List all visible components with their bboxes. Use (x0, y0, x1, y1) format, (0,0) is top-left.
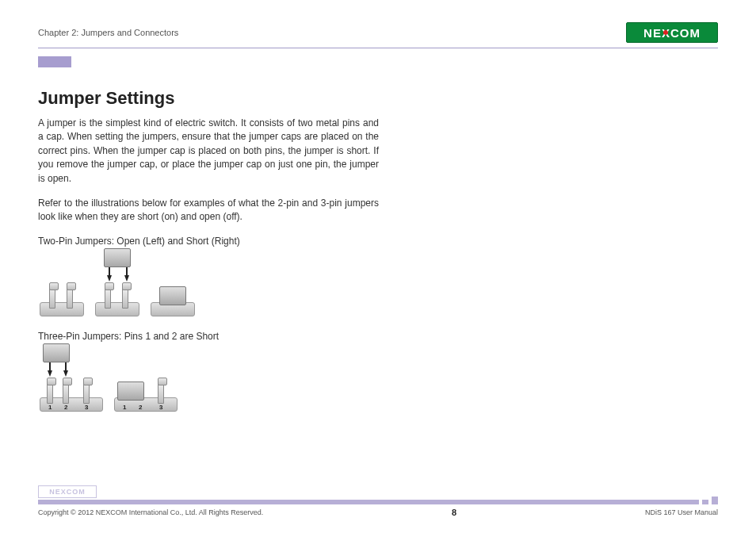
page-number: 8 (452, 508, 456, 517)
brand-logo: NEXCOM (626, 22, 718, 43)
two-pin-caption: Two-Pin Jumpers: Open (Left) and Short (… (38, 236, 379, 247)
header-divider (38, 48, 718, 48)
pin-3-label: 3 (85, 404, 88, 411)
pin-1-label: 1 (48, 404, 52, 411)
two-pin-cap-place (95, 253, 139, 316)
pin-2-label: 2 (64, 404, 67, 411)
two-pin-short (151, 253, 195, 316)
three-pin-short-12: 1 2 3 (114, 348, 178, 412)
pin-1-label: 1 (123, 404, 126, 411)
brand-text: NEXCOM (643, 26, 701, 40)
intro-paragraph-2: Refer to the illustrations below for exa… (38, 197, 379, 224)
two-pin-open (40, 253, 84, 316)
chapter-label: Chapter 2: Jumpers and Connectors (38, 28, 178, 37)
section-tab (38, 56, 71, 67)
doc-reference: NDiS 167 User Manual (645, 508, 718, 516)
intro-paragraph-1: A jumper is the simplest kind of electri… (38, 117, 379, 186)
footer-brand-logo: NEXCOM (38, 485, 97, 498)
footer-divider (38, 500, 718, 504)
page-title: Jumper Settings (38, 88, 379, 109)
two-pin-illustration (40, 253, 379, 316)
copyright-text: Copyright © 2012 NEXCOM International Co… (38, 508, 263, 516)
pin-3-label: 3 (159, 404, 162, 411)
three-pin-illustration: 1 2 3 1 2 3 (40, 348, 379, 412)
three-pin-cap-place: 1 2 3 (40, 348, 103, 412)
three-pin-caption: Three-Pin Jumpers: Pins 1 and 2 are Shor… (38, 331, 379, 342)
footer-brand-text: NEXCOM (49, 488, 86, 496)
pin-2-label: 2 (139, 404, 142, 411)
